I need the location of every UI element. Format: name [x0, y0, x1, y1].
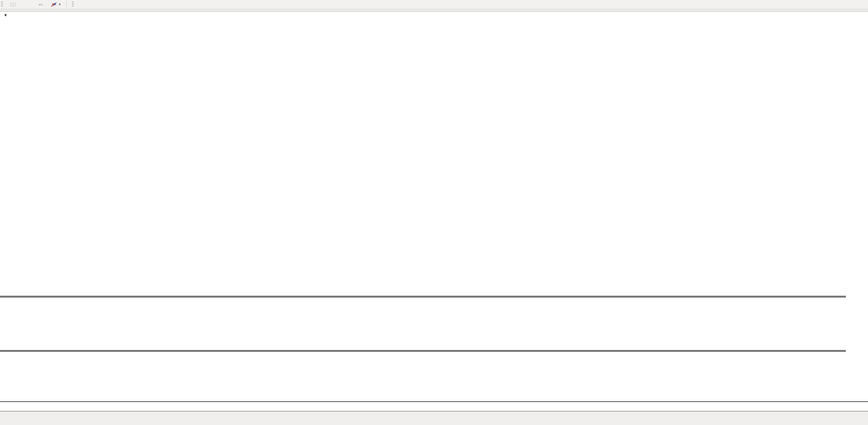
toolbar: ▾: [0, 0, 868, 10]
panel-divider[interactable]: [0, 351, 846, 352]
panel-divider[interactable]: [0, 350, 846, 351]
panel-divider[interactable]: [0, 297, 846, 297]
chart-tabs-bar: [0, 411, 868, 423]
indicator-properties-icon[interactable]: [6, 1, 19, 9]
text-label-icon[interactable]: [34, 1, 47, 9]
chart-title: ▼: [4, 13, 23, 18]
window-bottom-strip: [0, 423, 868, 425]
toolbar-drag-handle[interactable]: [1, 2, 3, 8]
toolbar-separator: [66, 1, 67, 8]
date-axis-top-border: [0, 401, 868, 402]
grid-icon: [10, 3, 16, 7]
metatrader-window: ▾ ▼: [0, 0, 868, 425]
arrows-icon: [50, 2, 57, 8]
toolbar-edge: [0, 10, 868, 12]
chevron-down-icon: ▾: [59, 3, 61, 7]
collapse-arrow-icon[interactable]: ▼: [4, 13, 8, 18]
panel-divider[interactable]: [0, 296, 846, 296]
text-annotation-icon[interactable]: [20, 1, 33, 9]
toolbar-drag-handle[interactable]: [72, 2, 74, 8]
chart-canvas[interactable]: [0, 0, 868, 425]
draw-objects-icon[interactable]: ▾: [48, 1, 63, 9]
